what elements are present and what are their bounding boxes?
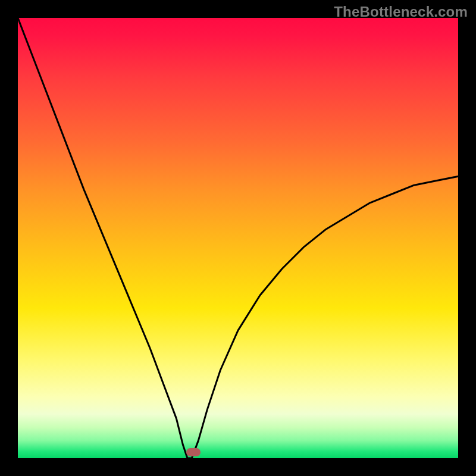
plot-area bbox=[18, 18, 458, 458]
curve-path bbox=[18, 18, 458, 458]
optimal-point-marker bbox=[186, 448, 201, 456]
watermark-text: TheBottleneck.com bbox=[334, 4, 468, 20]
bottleneck-curve bbox=[18, 18, 458, 458]
chart-frame: TheBottleneck.com bbox=[0, 0, 476, 476]
